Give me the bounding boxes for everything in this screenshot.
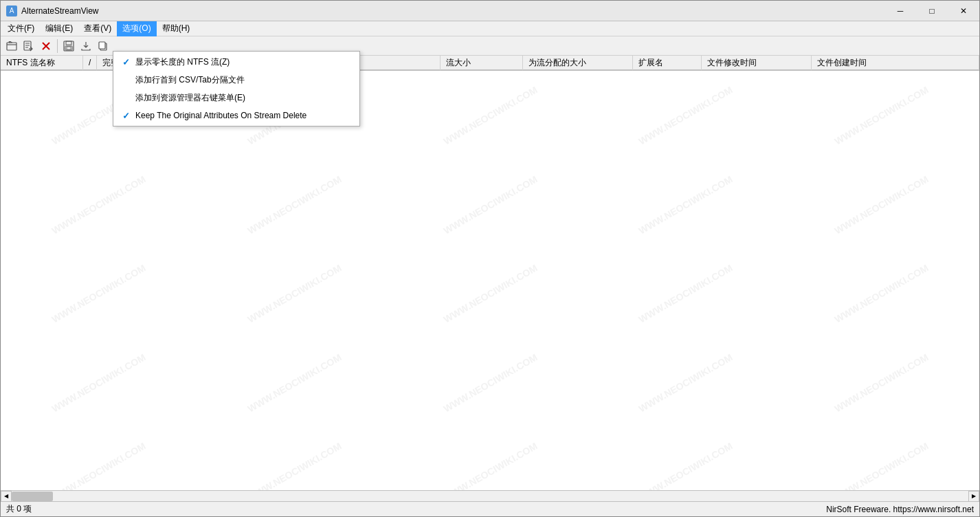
close-button[interactable]: ✕	[948, 1, 979, 21]
watermark-cell: WWW.NEOCIWIKI.COM	[775, 71, 979, 203]
svg-rect-7	[99, 42, 105, 49]
scroll-right-arrow[interactable]: ▶	[968, 491, 979, 502]
watermark-cell: WWW.NEOCIWIKI.COM	[383, 71, 597, 203]
watermark-cell: WWW.NEOCIWIKI.COM	[1, 117, 205, 292]
watermark-cell: WWW.NEOCIWIKI.COM	[383, 295, 597, 470]
checkmark-icon: ✓	[122, 57, 130, 67]
watermark-cell: WWW.NEOCIWIKI.COM	[1, 206, 205, 382]
watermark-cell: WWW.NEOCIWIKI.COM	[383, 117, 597, 292]
nirsoft-link: NirSoft Freeware. https://www.nirsoft.ne…	[826, 505, 974, 514]
menu-options[interactable]: 选项(O)	[117, 21, 156, 36]
col-alloc-size: 为流分配的大小	[523, 56, 633, 70]
svg-rect-5	[67, 47, 71, 50]
watermark-cell: WWW.NEOCIWIKI.COM	[187, 117, 401, 292]
app-icon: A	[6, 6, 17, 16]
toolbar-open[interactable]	[3, 38, 20, 54]
toolbar-save[interactable]	[60, 38, 77, 54]
watermark-cell: WWW.NEOCIWIKI.COM	[775, 117, 979, 292]
toolbar-copy[interactable]	[95, 38, 111, 54]
check-keep-attrs: ✓	[119, 111, 133, 121]
app-title: AlternateStreamView	[21, 6, 99, 16]
menu-view[interactable]: 查看(V)	[78, 21, 117, 36]
app-window: A AlternateStreamView ─ □ ✕ 文件(F) 编辑(E) …	[0, 0, 980, 517]
menu-show-zero-length[interactable]: ✓ 显示零长度的 NTFS 流(Z)	[113, 53, 359, 71]
watermark-cell: WWW.NEOCIWIKI.COM	[775, 295, 979, 470]
scroll-thumb[interactable]	[12, 492, 53, 501]
watermark-cell: WWW.NEOCIWIKI.COM	[579, 117, 792, 292]
watermark-cell: WWW.NEOCIWIKI.COM	[383, 206, 597, 382]
status-bar: 共 0 项 NirSoft Freeware. https://www.nirs…	[1, 501, 979, 516]
menu-help[interactable]: 帮助(H)	[157, 21, 196, 36]
maximize-button[interactable]: □	[916, 1, 948, 21]
watermark-cell: WWW.NEOCIWIKI.COM	[579, 206, 792, 382]
menu-add-to-explorer[interactable]: 添加到资源管理器右键菜单(E)	[113, 89, 359, 107]
scroll-left-arrow[interactable]: ◀	[1, 491, 12, 502]
item-count: 共 0 项	[6, 503, 32, 515]
title-bar: A AlternateStreamView ─ □ ✕	[1, 1, 979, 21]
scroll-track[interactable]	[12, 491, 968, 501]
col-create-time: 文件创建时间	[812, 56, 979, 70]
horizontal-scrollbar[interactable]: ◀ ▶	[1, 490, 979, 501]
col-sep: /	[83, 56, 97, 70]
watermark-cell: WWW.NEOCIWIKI.COM	[579, 71, 792, 203]
menu-item-label: 添加到资源管理器右键菜单(E)	[135, 92, 245, 104]
menu-edit[interactable]: 编辑(E)	[40, 21, 78, 36]
toolbar-export2[interactable]	[78, 38, 94, 54]
table-body: WWW.NEOCIWIKI.COM WWW.NEOCIWIKI.COM WWW.…	[1, 71, 979, 516]
watermark-cell: WWW.NEOCIWIKI.COM	[1, 295, 205, 470]
window-controls: ─ □ ✕	[884, 1, 979, 21]
menu-bar: 文件(F) 编辑(E) 查看(V) 选项(O) 帮助(H)	[1, 21, 979, 36]
toolbar-delete[interactable]	[38, 38, 54, 54]
svg-rect-0	[7, 43, 16, 50]
menu-file[interactable]: 文件(F)	[2, 21, 40, 36]
watermark-cell: WWW.NEOCIWIKI.COM	[579, 295, 792, 470]
col-ext: 扩展名	[633, 56, 702, 70]
checkmark-icon: ✓	[122, 111, 130, 121]
toolbar-export[interactable]	[21, 38, 37, 54]
menu-add-to-csv[interactable]: 添加行首到 CSV/Tab分隔文件	[113, 71, 359, 89]
menu-item-label: Keep The Original Attributes On Stream D…	[135, 111, 307, 120]
watermark: WWW.NEOCIWIKI.COM WWW.NEOCIWIKI.COM WWW.…	[1, 71, 979, 516]
minimize-button[interactable]: ─	[884, 1, 916, 21]
menu-keep-attributes[interactable]: ✓ Keep The Original Attributes On Stream…	[113, 107, 359, 124]
col-mod-time: 文件修改时间	[702, 56, 812, 70]
watermark-cell: WWW.NEOCIWIKI.COM	[775, 206, 979, 382]
watermark-cell: WWW.NEOCIWIKI.COM	[187, 295, 401, 470]
col-size: 流大小	[441, 56, 523, 70]
menu-item-label: 添加行首到 CSV/Tab分隔文件	[135, 74, 245, 86]
col-stream-name: NTFS 流名称	[1, 56, 83, 70]
watermark-cell: WWW.NEOCIWIKI.COM	[187, 206, 401, 382]
options-dropdown: ✓ 显示零长度的 NTFS 流(Z) 添加行首到 CSV/Tab分隔文件 添加到…	[113, 51, 360, 126]
svg-rect-3	[66, 41, 71, 45]
menu-item-label: 显示零长度的 NTFS 流(Z)	[135, 56, 230, 68]
check-show-zero: ✓	[119, 57, 133, 67]
toolbar-separator-1	[57, 39, 58, 53]
